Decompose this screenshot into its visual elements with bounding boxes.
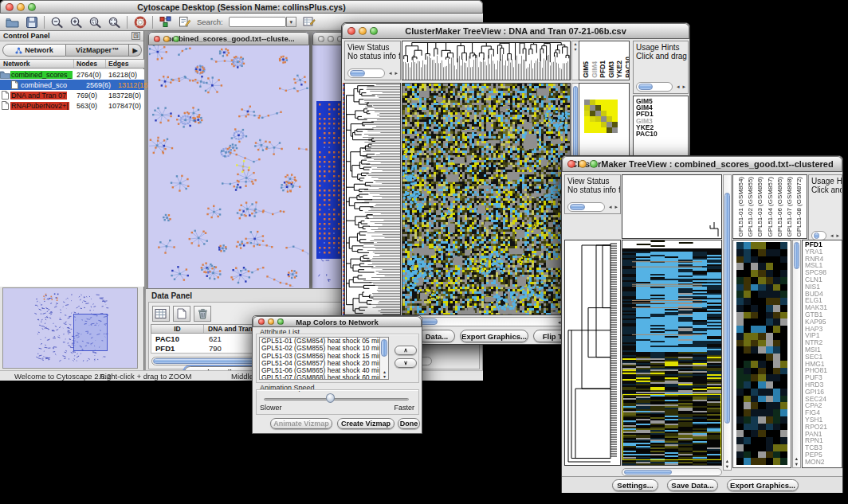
- attribute-list-vscrollbar[interactable]: ▴▾: [379, 338, 388, 379]
- column-header-nodes[interactable]: Nodes: [74, 60, 106, 68]
- zoom-selected-icon[interactable]: [88, 15, 102, 29]
- status-hscrollbar[interactable]: ◂ ▸: [347, 68, 398, 78]
- minimize-button[interactable]: [359, 27, 367, 35]
- minimize-button[interactable]: [268, 318, 274, 325]
- row-dendrogram-canvas[interactable]: [344, 83, 401, 315]
- scrollbar-arrows[interactable]: ▴▾: [793, 455, 800, 467]
- column-header-id[interactable]: ID: [151, 325, 204, 333]
- column-dendrogram-canvas[interactable]: [402, 41, 571, 80]
- column-header-edges[interactable]: Edges: [106, 60, 144, 68]
- chevron-down-icon[interactable]: ▾: [286, 17, 296, 27]
- close-button[interactable]: [154, 36, 160, 42]
- vizmap-editor-icon[interactable]: [159, 15, 172, 29]
- save-data-button[interactable]: Save Data...: [667, 479, 718, 491]
- tab-overflow-button[interactable]: ▶: [129, 44, 142, 57]
- tab-network[interactable]: Network: [2, 44, 66, 57]
- save-data-button[interactable]: Data...: [418, 330, 455, 342]
- heatmap-hscrollbar[interactable]: ◂ ▸: [402, 317, 571, 326]
- minimize-button[interactable]: [328, 36, 334, 42]
- dialog-titlebar[interactable]: Map Colors to Network: [253, 316, 422, 327]
- open-folder-icon[interactable]: [6, 15, 19, 29]
- scrollbar-thumb[interactable]: [350, 70, 365, 76]
- zoom-button[interactable]: [590, 160, 598, 168]
- row-id: PAC10: [151, 334, 204, 343]
- scrollbar-thumb[interactable]: [814, 232, 819, 239]
- scrollbar-arrows[interactable]: ◂ ▸: [609, 204, 618, 210]
- scrollbar-arrows[interactable]: ▴▾: [381, 369, 388, 379]
- network-table-row[interactable]: combined_sco2569(6)13112(15): [0, 80, 144, 90]
- scrollbar-arrows[interactable]: ▴▾: [724, 458, 731, 469]
- scrollbar-thumb[interactable]: [381, 339, 387, 357]
- scrollbar-thumb[interactable]: [794, 242, 799, 269]
- treeview1-titlebar[interactable]: ClusterMaker TreeView : DNA and Tran 07-…: [342, 23, 689, 39]
- move-up-button[interactable]: ∧: [395, 346, 417, 355]
- heatmap-canvas[interactable]: [402, 83, 571, 315]
- scrollbar-thumb[interactable]: [624, 470, 672, 475]
- scrollbar-thumb[interactable]: [724, 193, 730, 424]
- correlation-matrix-canvas[interactable]: [583, 98, 618, 135]
- status-hscrollbar[interactable]: ◂ ▸: [567, 202, 618, 212]
- zoom-button[interactable]: [370, 27, 378, 35]
- export-graphics-button[interactable]: Export Graphics...: [460, 330, 528, 342]
- network-view-1-canvas[interactable]: [149, 45, 308, 287]
- close-button[interactable]: [6, 3, 14, 11]
- tab-vizmapper[interactable]: VizMapper™: [66, 44, 129, 57]
- heatmap-detail-canvas[interactable]: [736, 242, 787, 465]
- animate-vizmap-button[interactable]: Animate Vizmap: [270, 418, 332, 429]
- scrollbar-arrows[interactable]: ◂ ▸: [389, 70, 398, 76]
- attribute-item[interactable]: GPL51-07 (GSM868) heat shock 60 min: [260, 374, 388, 380]
- map-colors-dialog: Map Colors to Network Attribute List GPL…: [252, 315, 422, 434]
- save-icon[interactable]: [25, 15, 38, 29]
- scrollbar-arrows[interactable]: ◂ ▸: [830, 232, 840, 239]
- treeview2-titlebar[interactable]: ClusterMaker TreeView : combined_scores_…: [562, 156, 842, 172]
- column-label: GIM3: [608, 61, 616, 78]
- zoom-in-icon[interactable]: [69, 15, 83, 29]
- network-view-1-titlebar[interactable]: combined_scores_good.txt--cluste...: [148, 32, 309, 45]
- scrollbar-arrows[interactable]: ◂ ▸: [677, 84, 686, 90]
- network-table-row[interactable]: RNAPuberNov2+|563(0)107847(0): [0, 100, 144, 111]
- heatmap-canvas[interactable]: [622, 240, 722, 466]
- float-panel-icon[interactable]: ◳: [132, 32, 140, 40]
- column-dendrogram-canvas[interactable]: [622, 174, 722, 239]
- new-attribute-icon[interactable]: [173, 306, 190, 322]
- close-button[interactable]: [567, 160, 575, 168]
- attribute-select-icon[interactable]: [152, 306, 170, 322]
- zoom-button[interactable]: [277, 318, 284, 325]
- scrollbar-thumb[interactable]: [570, 204, 585, 210]
- annotation-icon[interactable]: [178, 15, 191, 29]
- minimize-button[interactable]: [579, 160, 587, 168]
- document-icon: [0, 101, 10, 110]
- gene-list-vscrollbar[interactable]: ▴▾: [792, 240, 801, 468]
- scrollbar-thumb[interactable]: [638, 84, 653, 90]
- column-header-network[interactable]: Network: [0, 60, 74, 68]
- export-graphics-button[interactable]: Export Graphics...: [727, 479, 799, 491]
- attribute-list[interactable]: GPL51-01 (GSM854) heat shock 05 minGPL51…: [259, 337, 389, 380]
- speed-slider-track[interactable]: [264, 398, 409, 400]
- zoom-fit-icon[interactable]: [108, 15, 121, 29]
- network-table-row[interactable]: DNA and Tran 07769(0)183728(0): [0, 90, 144, 100]
- settings-button[interactable]: Settings...: [612, 479, 658, 491]
- minimize-button[interactable]: [163, 36, 170, 42]
- done-button[interactable]: Done: [398, 418, 420, 429]
- create-vizmap-button[interactable]: Create Vizmap: [337, 418, 395, 429]
- close-button[interactable]: [347, 27, 355, 35]
- minimize-button[interactable]: [17, 3, 25, 11]
- zoom-out-icon[interactable]: [50, 15, 64, 29]
- network-table-row[interactable]: combined_scores_2764(0)16218(0): [0, 69, 144, 80]
- row-dendrogram-canvas[interactable]: [564, 240, 621, 466]
- main-titlebar[interactable]: Cytoscape Desktop (Session Name: collins…: [0, 0, 483, 14]
- close-button[interactable]: [318, 36, 324, 42]
- attribute-batch-icon[interactable]: [303, 15, 316, 29]
- search-input[interactable]: ▾: [229, 17, 286, 27]
- heatmap-vscrollbar[interactable]: ▴▾: [723, 174, 732, 471]
- network-overview-thumbnail[interactable]: [2, 287, 138, 369]
- zoom-button[interactable]: [173, 36, 179, 42]
- column-labels: GIM5GIM4PFD1GIM3YKE2PAC10: [579, 41, 630, 80]
- usage-hscrollbar[interactable]: ◂ ▸: [636, 82, 686, 92]
- close-button[interactable]: [258, 318, 265, 325]
- zoom-button[interactable]: [28, 3, 36, 11]
- delete-attribute-icon[interactable]: [194, 306, 211, 322]
- help-icon[interactable]: [133, 15, 147, 29]
- move-down-button[interactable]: ∨: [395, 358, 417, 368]
- heatmap-hscrollbar[interactable]: [622, 468, 722, 476]
